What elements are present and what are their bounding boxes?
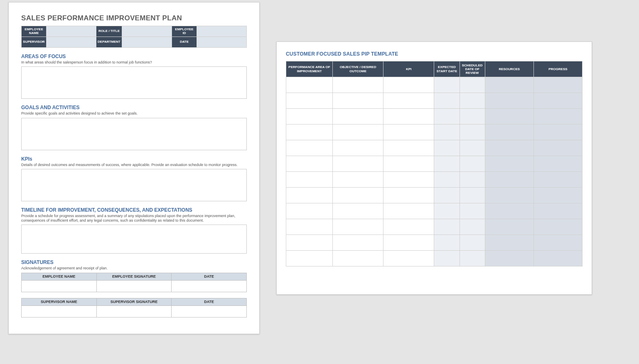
table-cell[interactable]	[434, 235, 460, 251]
table-cell[interactable]	[485, 203, 533, 219]
table-cell[interactable]	[533, 219, 582, 235]
table-cell[interactable]	[485, 93, 533, 109]
table-cell[interactable]	[533, 93, 582, 109]
table-cell[interactable]	[286, 140, 333, 156]
table-cell[interactable]	[383, 219, 434, 235]
table-cell[interactable]	[533, 109, 582, 125]
field-role-title[interactable]	[122, 26, 172, 37]
table-cell[interactable]	[485, 188, 533, 203]
table-cell[interactable]	[333, 93, 383, 109]
table-cell[interactable]	[286, 93, 333, 109]
table-cell[interactable]	[333, 188, 383, 203]
table-cell[interactable]	[333, 172, 383, 188]
textarea-timeline[interactable]	[21, 225, 247, 254]
table-cell[interactable]	[460, 93, 485, 109]
table-cell[interactable]	[533, 140, 582, 156]
table-cell[interactable]	[286, 203, 333, 219]
table-cell[interactable]	[485, 125, 533, 140]
table-cell[interactable]	[333, 251, 383, 266]
table-cell[interactable]	[383, 251, 434, 266]
table-cell[interactable]	[485, 235, 533, 251]
table-cell[interactable]	[383, 172, 434, 188]
table-cell[interactable]	[485, 77, 533, 93]
table-cell[interactable]	[434, 156, 460, 172]
table-cell[interactable]	[460, 140, 485, 156]
table-cell[interactable]	[485, 109, 533, 125]
field-sup-date[interactable]	[172, 305, 247, 317]
table-cell[interactable]	[533, 125, 582, 140]
table-cell[interactable]	[383, 235, 434, 251]
table-cell[interactable]	[333, 77, 383, 93]
table-cell[interactable]	[460, 203, 485, 219]
table-cell[interactable]	[533, 235, 582, 251]
table-cell[interactable]	[460, 188, 485, 203]
field-emp-date[interactable]	[172, 280, 247, 292]
table-cell[interactable]	[286, 125, 333, 140]
table-cell[interactable]	[434, 125, 460, 140]
field-sup-name[interactable]	[22, 305, 97, 317]
table-cell[interactable]	[533, 188, 582, 203]
table-cell[interactable]	[460, 77, 485, 93]
table-cell[interactable]	[286, 188, 333, 203]
table-cell[interactable]	[460, 172, 485, 188]
table-cell[interactable]	[333, 203, 383, 219]
field-employee-id[interactable]	[197, 26, 246, 37]
table-cell[interactable]	[485, 140, 533, 156]
textarea-areas-of-focus[interactable]	[21, 66, 247, 99]
table-cell[interactable]	[434, 93, 460, 109]
table-cell[interactable]	[333, 156, 383, 172]
table-cell[interactable]	[485, 156, 533, 172]
table-cell[interactable]	[434, 251, 460, 266]
field-department[interactable]	[122, 37, 172, 48]
table-cell[interactable]	[434, 219, 460, 235]
table-cell[interactable]	[286, 172, 333, 188]
table-cell[interactable]	[286, 235, 333, 251]
table-cell[interactable]	[434, 140, 460, 156]
table-cell[interactable]	[533, 77, 582, 93]
table-cell[interactable]	[383, 140, 434, 156]
table-cell[interactable]	[460, 251, 485, 266]
field-date[interactable]	[197, 37, 246, 48]
field-emp-sig[interactable]	[96, 280, 172, 292]
table-cell[interactable]	[286, 77, 333, 93]
table-cell[interactable]	[434, 188, 460, 203]
table-cell[interactable]	[383, 77, 434, 93]
table-cell[interactable]	[434, 77, 460, 93]
field-sup-sig[interactable]	[96, 305, 172, 317]
table-cell[interactable]	[533, 203, 582, 219]
table-cell[interactable]	[286, 219, 333, 235]
table-cell[interactable]	[485, 172, 533, 188]
table-cell[interactable]	[286, 251, 333, 266]
table-cell[interactable]	[286, 109, 333, 125]
table-cell[interactable]	[434, 172, 460, 188]
table-cell[interactable]	[333, 235, 383, 251]
table-cell[interactable]	[333, 109, 383, 125]
table-cell[interactable]	[286, 156, 333, 172]
table-cell[interactable]	[383, 93, 434, 109]
table-cell[interactable]	[460, 109, 485, 125]
field-supervisor[interactable]	[46, 37, 96, 48]
table-cell[interactable]	[434, 203, 460, 219]
table-cell[interactable]	[485, 251, 533, 266]
table-cell[interactable]	[533, 172, 582, 188]
table-cell[interactable]	[460, 125, 485, 140]
table-cell[interactable]	[383, 109, 434, 125]
table-cell[interactable]	[383, 203, 434, 219]
table-cell[interactable]	[533, 156, 582, 172]
table-cell[interactable]	[383, 125, 434, 140]
table-cell[interactable]	[333, 219, 383, 235]
field-emp-name[interactable]	[22, 280, 97, 292]
table-cell[interactable]	[460, 156, 485, 172]
table-cell[interactable]	[383, 188, 434, 203]
table-cell[interactable]	[460, 219, 485, 235]
table-cell[interactable]	[434, 109, 460, 125]
table-cell[interactable]	[460, 235, 485, 251]
table-cell[interactable]	[333, 125, 383, 140]
textarea-kpis[interactable]	[21, 169, 247, 201]
table-cell[interactable]	[485, 219, 533, 235]
textarea-goals[interactable]	[21, 118, 247, 150]
field-employee-name[interactable]	[46, 26, 96, 37]
table-cell[interactable]	[333, 140, 383, 156]
table-cell[interactable]	[533, 251, 582, 266]
table-cell[interactable]	[383, 156, 434, 172]
